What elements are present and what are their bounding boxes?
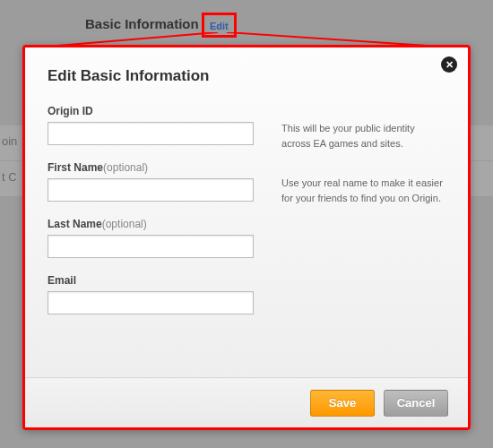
origin-id-help: This will be your public identity across… [281, 121, 445, 151]
origin-id-input[interactable] [48, 122, 254, 145]
email-label: Email [48, 274, 255, 287]
name-help: Use your real name to make it easier for… [281, 176, 445, 205]
last-name-label-text: Last Name [48, 218, 102, 230]
close-icon[interactable]: ✕ [441, 56, 457, 73]
modal-title: Edit Basic Information [48, 67, 445, 85]
last-name-optional: (optional) [102, 218, 147, 230]
edit-link-highlight: Edit [202, 13, 237, 38]
last-name-label: Last Name(optional) [48, 218, 255, 230]
modal-footer: Save Cancel [25, 377, 468, 427]
edit-basic-info-modal: ✕ Edit Basic Information Origin ID First… [22, 45, 471, 430]
section-title: Basic Information [85, 16, 199, 31]
save-button[interactable]: Save [310, 390, 375, 417]
first-name-optional: (optional) [103, 161, 148, 174]
first-name-input[interactable] [48, 178, 254, 202]
first-name-label: First Name(optional) [48, 161, 255, 174]
edit-link[interactable]: Edit [210, 21, 229, 31]
email-input[interactable] [48, 291, 254, 314]
origin-id-label: Origin ID [48, 105, 255, 117]
cancel-button[interactable]: Cancel [384, 390, 448, 417]
last-name-input[interactable] [48, 235, 254, 258]
first-name-label-text: First Name [48, 161, 103, 174]
